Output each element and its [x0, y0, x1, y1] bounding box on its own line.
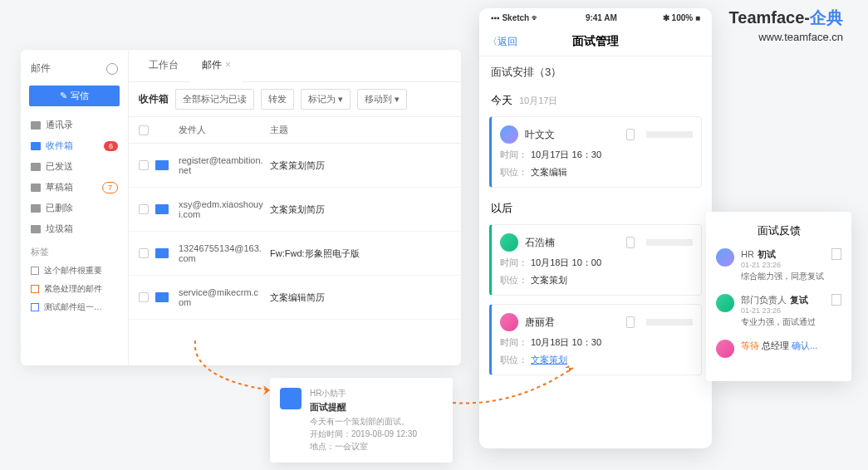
mail-main: 工作台邮件× 收件箱 全部标记为已读 转发 标记为 ▾ 移动到 ▾ 发件人 主题… — [129, 50, 461, 365]
tab[interactable]: 邮件× — [190, 50, 243, 82]
tag-button[interactable]: 标记为 ▾ — [301, 89, 351, 110]
row-checkbox[interactable] — [139, 292, 149, 302]
mail-from: service@mikecrm.com — [179, 287, 270, 307]
feedback-row: HR初试01-21 23:26综合能力强，同意复试 — [716, 248, 841, 282]
mail-subject: Fw:Fwd:形象照电子版 — [270, 247, 451, 260]
interview-card[interactable]: 叶文文时间：10月17日 16：30职位：文案编辑 — [489, 116, 702, 188]
notif-line: 开始时间：2019-08-09 12:30 — [310, 428, 417, 440]
phone-mockup: ▪▪▪ Sketch ᯤ9:41 AM✱ 100% ■ 〈返回 面试管理 面试安… — [479, 8, 712, 448]
phone-icon[interactable] — [626, 237, 635, 248]
feedback-role: 部门负责人复试 — [741, 294, 825, 306]
section-header: 今天10月17日 — [479, 88, 712, 113]
row-checkbox[interactable] — [139, 248, 149, 258]
section-title: 今天 — [491, 93, 512, 108]
tag-label: 这个邮件很重要 — [44, 265, 102, 277]
select-all-checkbox[interactable] — [139, 125, 149, 135]
folder-icon — [31, 204, 41, 213]
phone-icon[interactable] — [626, 129, 635, 140]
document-icon[interactable] — [831, 294, 841, 306]
avatar — [716, 248, 734, 267]
tag-item[interactable]: 紧急处理的邮件 — [21, 280, 128, 298]
folder-icon — [31, 121, 41, 130]
mail-from: 13246755134@163.com — [179, 243, 270, 263]
tab[interactable]: 工作台 — [137, 50, 190, 81]
tag-color-icon — [31, 303, 39, 311]
sidebar-item-label: 已删除 — [46, 202, 73, 214]
notification-card[interactable]: HR小助手 面试提醒 今天有一个策划部的面试。 开始时间：2019-08-09 … — [270, 378, 453, 463]
mail-row[interactable]: register@teambition.net文案策划简历 — [129, 144, 461, 188]
sidebar-item[interactable]: 垃圾箱 — [21, 218, 128, 239]
sidebar-item-label: 收件箱 — [46, 140, 73, 152]
mail-app: 邮件 ✎ 写信 通讯录收件箱6已发送草稿箱7已删除垃圾箱 标签 这个邮件很重要紧… — [21, 50, 461, 365]
redacted-bar — [646, 239, 693, 246]
feedback-time: 01-21 23:26 — [741, 261, 825, 269]
tag-color-icon — [31, 267, 39, 275]
envelope-icon — [155, 160, 169, 170]
notif-title: 面试提醒 — [310, 401, 417, 414]
tab-label: 工作台 — [149, 59, 179, 71]
feedback-row: 部门负责人复试01-21 23:26专业力强，面试通过 — [716, 294, 841, 328]
table-header: 发件人 主题 — [129, 117, 461, 144]
section-header: 以后 — [479, 196, 712, 221]
interview-time: 时间：10月18日 10：30 — [500, 336, 693, 349]
back-button[interactable]: 〈返回 — [488, 35, 517, 49]
folder-icon — [31, 163, 41, 171]
section-title: 以后 — [491, 201, 512, 216]
close-icon[interactable]: × — [225, 59, 231, 71]
avatar — [500, 125, 518, 144]
mail-row[interactable]: 13246755134@163.comFw:Fwd:形象照电子版 — [129, 232, 461, 276]
avatar — [500, 313, 518, 331]
move-button[interactable]: 移动到 ▾ — [357, 89, 407, 110]
feedback-text: 专业力强，面试通过 — [741, 316, 825, 328]
notif-line: 地点：一会议室 — [310, 440, 417, 453]
refresh-icon[interactable] — [106, 63, 118, 75]
sidebar-item[interactable]: 收件箱6 — [21, 135, 128, 156]
mail-row[interactable]: service@mikecrm.com文案编辑简历 — [129, 276, 461, 320]
tag-item[interactable]: 这个邮件很重要 — [21, 262, 128, 280]
sidebar: 邮件 ✎ 写信 通讯录收件箱6已发送草稿箱7已删除垃圾箱 标签 这个邮件很重要紧… — [21, 50, 129, 365]
folder-icon — [31, 142, 41, 150]
forward-button[interactable]: 转发 — [261, 89, 294, 110]
interview-card[interactable]: 唐丽君时间：10月18日 10：30职位：文案策划 — [489, 304, 702, 375]
tabs: 工作台邮件× — [129, 50, 461, 82]
mail-row[interactable]: xsy@edm.xiaoshouyi.com文案策划简历 — [129, 188, 461, 232]
sidebar-item[interactable]: 通讯录 — [21, 115, 128, 135]
mail-subject: 文案策划简历 — [270, 203, 451, 216]
toolbar: 收件箱 全部标记为已读 转发 标记为 ▾ 移动到 ▾ — [129, 82, 461, 117]
interview-time: 时间：10月18日 10：00 — [500, 257, 693, 269]
compose-button[interactable]: ✎ 写信 — [29, 86, 120, 106]
col-from: 发件人 — [179, 124, 270, 136]
badge: 6 — [104, 141, 118, 151]
sidebar-item[interactable]: 已删除 — [21, 198, 128, 218]
row-checkbox[interactable] — [139, 204, 149, 214]
candidate-name: 石浩楠 — [525, 236, 555, 250]
waiting-status: 等待 总经理 确认... — [741, 340, 841, 358]
notif-line: 今天有一个策划部的面试。 — [310, 415, 417, 428]
mail-from: register@teambition.net — [179, 155, 270, 175]
mark-read-button[interactable]: 全部标记为已读 — [175, 89, 254, 110]
envelope-icon — [155, 204, 169, 214]
badge: 7 — [102, 182, 118, 193]
sidebar-item[interactable]: 已发送 — [21, 156, 128, 177]
document-icon[interactable] — [831, 248, 841, 260]
envelope-icon — [155, 248, 169, 258]
tag-color-icon — [31, 285, 39, 293]
col-subject: 主题 — [270, 124, 451, 136]
row-checkbox[interactable] — [139, 160, 149, 170]
sidebar-item-label: 草稿箱 — [46, 181, 73, 193]
page-title: 面试管理 — [572, 34, 619, 49]
feedback-time: 01-21 23:26 — [741, 306, 825, 315]
navbar: 〈返回 面试管理 — [479, 27, 712, 56]
mail-from: xsy@edm.xiaoshouyi.com — [179, 199, 270, 219]
interview-card[interactable]: 石浩楠时间：10月18日 10：00职位：文案策划 — [489, 224, 702, 296]
status-bar: ▪▪▪ Sketch ᯤ9:41 AM✱ 100% ■ — [479, 8, 712, 27]
feedback-role: HR初试 — [741, 248, 825, 261]
brand-logo: Teamface-企典 www.teamface.cn — [729, 7, 843, 43]
phone-icon[interactable] — [626, 316, 635, 328]
interview-position: 职位：文案策划 — [500, 274, 693, 286]
calendar-icon — [280, 388, 302, 409]
candidate-name: 唐丽君 — [525, 316, 555, 330]
tag-item[interactable]: 测试邮件组一… — [21, 298, 128, 316]
sidebar-item[interactable]: 草稿箱7 — [21, 177, 128, 198]
folder-icon — [31, 225, 41, 233]
